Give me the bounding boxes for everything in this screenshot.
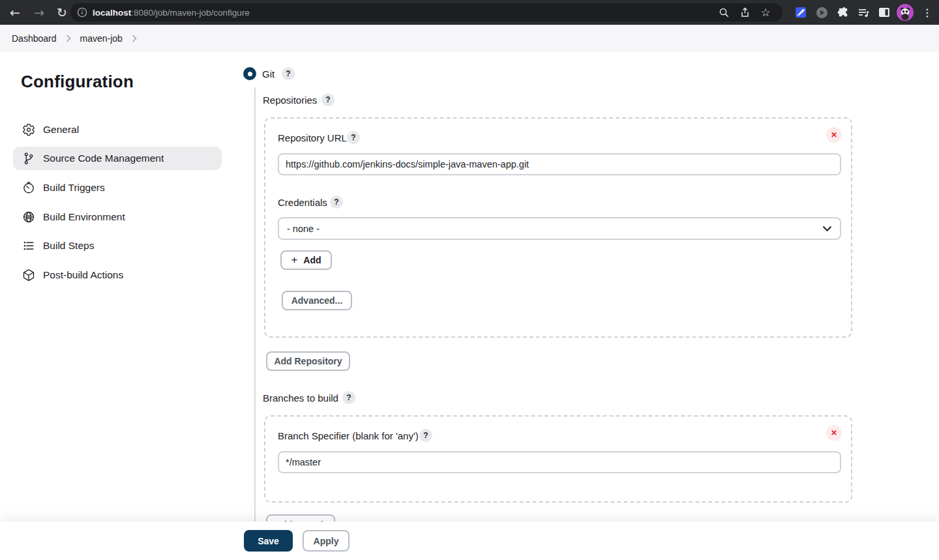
sidebar-item-build-steps[interactable]: Build Steps [13, 234, 222, 258]
list-icon [22, 239, 35, 252]
credentials-selected-value: - none - [287, 224, 822, 234]
sidebar-item-general[interactable]: General [13, 118, 222, 141]
delete-branch-button[interactable]: ✕ [826, 425, 842, 441]
url-bar[interactable]: localhost:8080/job/maven-job/configure ☆ [70, 3, 782, 22]
apply-button[interactable]: Apply [303, 530, 350, 552]
stopwatch-icon [22, 181, 35, 194]
sidebar-item-label: Build Triggers [43, 182, 105, 194]
branches-to-build-heading: Branches to build [263, 392, 338, 404]
git-branch-icon [22, 152, 35, 165]
git-radio-label: Git [262, 68, 275, 80]
url-host: localhost [93, 8, 131, 18]
save-button[interactable]: Save [244, 530, 293, 552]
url-path: :8080/job/maven-job/configure [131, 8, 250, 18]
browser-reload-button[interactable]: ↻ [52, 0, 72, 25]
repository-url-input[interactable] [278, 153, 841, 175]
repository-url-label: Repository URL [278, 132, 347, 143]
gear-icon [22, 123, 35, 136]
branch-specifier-label: Branch Specifier (blank for 'any') [278, 430, 419, 441]
branches-help-button[interactable]: ? [342, 391, 355, 404]
browser-forward-button[interactable]: → [29, 0, 49, 25]
site-info-icon[interactable] [77, 7, 87, 18]
url-text: localhost:8080/job/maven-job/configure [93, 8, 713, 18]
zoom-icon[interactable] [713, 3, 734, 22]
sidebar-item-post-build-actions[interactable]: Post-build Actions [13, 263, 222, 287]
plus-icon: + [291, 254, 297, 267]
playlist-icon[interactable] [853, 0, 874, 25]
bottom-app-bar: Save Apply [0, 522, 939, 560]
advanced-button[interactable]: Advanced... [282, 291, 352, 310]
package-icon [22, 269, 35, 282]
jenkins-configure-page: ← → ↻ localhost:8080/job/maven-job/confi… [0, 0, 939, 560]
page-title: Configuration [21, 72, 134, 92]
branch-card: Branch Specifier (blank for 'any') ? ✕ [264, 415, 852, 503]
sidebar-item-label: General [43, 124, 79, 136]
breadcrumb-job[interactable]: maven-job [80, 33, 123, 44]
branch-specifier-input[interactable] [278, 451, 841, 473]
section-indent-line [254, 87, 256, 522]
extension-blue-icon[interactable] [790, 0, 811, 25]
credentials-help-button[interactable]: ? [330, 196, 343, 209]
credentials-select[interactable]: - none - [278, 217, 841, 240]
chevron-right-icon [66, 35, 71, 42]
add-repository-button[interactable]: Add Repository [266, 351, 350, 371]
bookmark-star-icon[interactable]: ☆ [755, 3, 776, 22]
git-radio[interactable] [243, 67, 256, 80]
repository-url-help-button[interactable]: ? [347, 131, 360, 144]
repositories-heading: Repositories [263, 95, 317, 106]
chevron-right-icon [132, 35, 137, 42]
chevron-down-icon [822, 226, 832, 231]
sidebar-item-source-code-management[interactable]: Source Code Management [13, 147, 222, 170]
browser-back-button[interactable]: ← [5, 0, 25, 25]
extension-circle-icon[interactable] [811, 0, 832, 25]
globe-icon [22, 211, 35, 224]
sidebar-item-label: Source Code Management [43, 153, 164, 164]
sidebar-item-build-triggers[interactable]: Build Triggers [13, 176, 222, 199]
share-icon[interactable] [734, 3, 755, 22]
repository-card: Repository URL ? ✕ Credentials ? - none … [264, 117, 852, 338]
sidebar-item-build-environment[interactable]: Build Environment [13, 205, 222, 229]
delete-repository-button[interactable]: ✕ [826, 127, 842, 143]
profile-avatar[interactable] [895, 0, 916, 25]
breadcrumb: Dashboard maven-job [0, 25, 939, 52]
repositories-help-button[interactable]: ? [321, 93, 335, 106]
breadcrumb-dashboard[interactable]: Dashboard [12, 33, 57, 44]
browser-menu-icon[interactable]: ⋮ [917, 0, 938, 25]
add-credentials-button[interactable]: +Add [280, 250, 332, 270]
extensions-puzzle-icon[interactable] [832, 0, 853, 25]
sidebar-item-label: Build Steps [43, 240, 94, 252]
sidebar-item-label: Build Environment [43, 211, 125, 223]
sidebar-item-label: Post-build Actions [43, 269, 123, 281]
branch-specifier-help-button[interactable]: ? [419, 429, 432, 442]
browser-chrome: ← → ↻ localhost:8080/job/maven-job/confi… [0, 0, 939, 25]
credentials-label: Credentials [278, 197, 327, 208]
side-panel-icon[interactable] [874, 0, 895, 25]
git-help-button[interactable]: ? [282, 67, 295, 80]
